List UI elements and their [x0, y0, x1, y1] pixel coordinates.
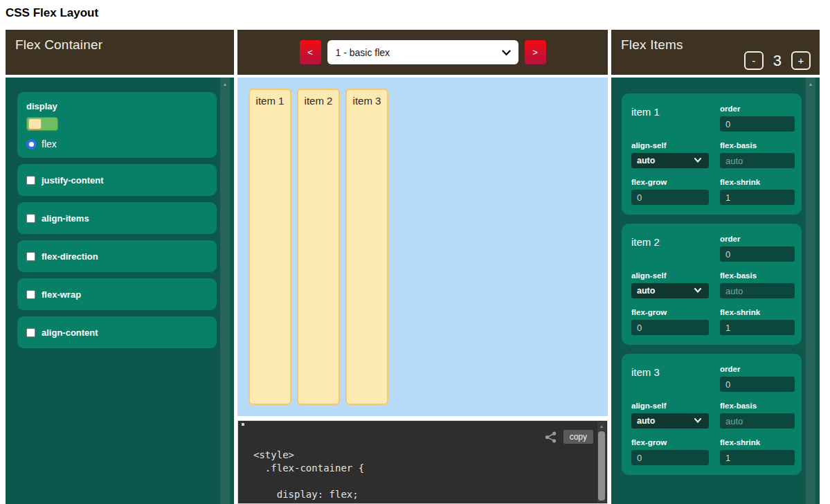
- code-corner-dot: [242, 423, 244, 426]
- preview-flex-item: item 3: [345, 89, 388, 405]
- checkbox-icon[interactable]: [26, 328, 35, 337]
- property-card-justify-content[interactable]: justify-content: [17, 164, 217, 196]
- scrollbar-thumb[interactable]: [598, 431, 605, 501]
- flex-shrink-label: flex-shrink: [720, 308, 795, 316]
- property-label: align-items: [42, 213, 89, 224]
- align-self-label: align-self: [631, 271, 709, 280]
- flex-items-body: item 1 order align-self auto: [611, 78, 820, 504]
- checkbox-icon[interactable]: [26, 176, 35, 185]
- flex-basis-field: flex-basis: [720, 402, 795, 429]
- example-select-wrap: 1 - basic flex: [327, 40, 518, 64]
- flex-container-header: Flex Container: [6, 30, 234, 75]
- copy-button[interactable]: copy: [563, 430, 593, 444]
- code-line: display: flex;: [253, 488, 607, 501]
- flex-item-card-2: item 2 order align-self auto: [622, 224, 802, 345]
- next-example-button[interactable]: >: [525, 40, 546, 64]
- code-line: .flex-container {: [253, 462, 607, 475]
- order-field: order: [720, 235, 795, 262]
- add-item-button[interactable]: +: [791, 51, 811, 70]
- property-label: flex-wrap: [42, 289, 81, 300]
- display-label: display: [26, 101, 208, 111]
- right-panel-scrollbar[interactable]: ▲: [806, 78, 815, 504]
- flex-shrink-field: flex-shrink: [720, 178, 795, 205]
- flex-grow-field: flex-grow: [631, 438, 709, 465]
- toggle-knob-icon: [28, 118, 42, 129]
- item-name: item 1: [631, 105, 709, 132]
- flex-items-panel: Flex Items - 3 + item 1 order: [611, 30, 820, 504]
- align-self-select-wrap: auto: [631, 413, 709, 429]
- property-card-align-items[interactable]: align-items: [17, 202, 217, 234]
- flex-container-title: Flex Container: [15, 37, 102, 53]
- scroll-up-icon[interactable]: ▲: [220, 78, 230, 87]
- code-scrollbar[interactable]: ▲: [597, 422, 606, 503]
- scroll-up-icon[interactable]: ▲: [597, 422, 606, 431]
- item-name: item 3: [631, 365, 709, 392]
- code-panel: copy <style> .flex-container { display: …: [237, 420, 608, 504]
- flex-shrink-input[interactable]: [720, 450, 795, 465]
- flex-basis-field: flex-basis: [720, 271, 795, 298]
- property-card-flex-wrap[interactable]: flex-wrap: [17, 278, 217, 310]
- align-self-label: align-self: [631, 402, 709, 410]
- flex-shrink-label: flex-shrink: [720, 178, 795, 186]
- preview-body: item 1 item 2 item 3 copy <style> .flex-…: [237, 78, 608, 504]
- align-self-select[interactable]: auto: [631, 153, 709, 168]
- flex-grow-label: flex-grow: [631, 438, 709, 447]
- flex-basis-input[interactable]: [720, 153, 795, 168]
- flex-basis-label: flex-basis: [720, 141, 795, 150]
- share-icon[interactable]: [545, 431, 557, 443]
- display-card: display flex: [17, 92, 217, 158]
- flex-item-card-list: item 1 order align-self auto: [611, 78, 820, 475]
- item-count-controls: - 3 +: [744, 51, 811, 70]
- flex-container-body: display flex justify-content align-item: [6, 78, 234, 504]
- order-label: order: [720, 235, 795, 243]
- checkbox-icon[interactable]: [26, 214, 35, 223]
- flex-basis-label: flex-basis: [720, 402, 795, 410]
- property-label: align-content: [42, 327, 98, 338]
- display-flex-radio-label: flex: [42, 138, 57, 150]
- order-input[interactable]: [720, 246, 795, 262]
- flex-shrink-input[interactable]: [720, 190, 795, 205]
- align-self-select[interactable]: auto: [631, 283, 709, 298]
- flex-container-panel: Flex Container display flex justify-cont…: [6, 30, 234, 504]
- property-card-align-content[interactable]: align-content: [17, 316, 217, 348]
- order-field: order: [720, 365, 795, 392]
- flex-grow-input[interactable]: [631, 320, 709, 335]
- preview-flex-item: item 2: [297, 89, 340, 405]
- align-self-select-wrap: auto: [631, 283, 709, 298]
- main-columns: Flex Container display flex justify-cont…: [6, 30, 820, 504]
- align-self-select[interactable]: auto: [631, 413, 709, 429]
- display-toggle[interactable]: [26, 117, 58, 131]
- code-toolbar: copy: [545, 430, 593, 444]
- flex-shrink-input[interactable]: [720, 320, 795, 335]
- flex-grow-field: flex-grow: [631, 178, 709, 205]
- property-label: justify-content: [42, 175, 104, 186]
- flex-basis-input[interactable]: [720, 283, 795, 298]
- left-panel-scrollbar[interactable]: ▲: [220, 78, 230, 504]
- example-nav-header: < 1 - basic flex >: [237, 30, 608, 75]
- scroll-up-icon[interactable]: ▲: [806, 78, 815, 87]
- display-flex-option[interactable]: flex: [26, 138, 208, 150]
- property-card-flex-direction[interactable]: flex-direction: [17, 240, 217, 272]
- page-title: CSS Flex Layout: [6, 6, 98, 20]
- flex-grow-input[interactable]: [631, 450, 709, 465]
- example-select[interactable]: 1 - basic flex: [327, 40, 518, 64]
- flex-basis-input[interactable]: [720, 413, 795, 429]
- preview-flex-item: item 1: [249, 89, 291, 405]
- item-count: 3: [773, 52, 782, 70]
- flex-items-header: Flex Items - 3 +: [611, 30, 820, 75]
- flex-basis-label: flex-basis: [720, 271, 795, 280]
- flex-basis-field: flex-basis: [720, 141, 795, 168]
- property-label: flex-direction: [42, 251, 98, 262]
- order-input[interactable]: [720, 377, 795, 392]
- align-self-label: align-self: [631, 141, 709, 150]
- flex-grow-input[interactable]: [631, 190, 709, 205]
- prev-example-button[interactable]: <: [300, 40, 321, 64]
- order-input[interactable]: [720, 116, 795, 132]
- container-property-list: display flex justify-content align-item: [6, 78, 234, 348]
- flex-grow-label: flex-grow: [631, 178, 709, 186]
- code-line: [253, 475, 607, 488]
- checkbox-icon[interactable]: [26, 252, 35, 261]
- remove-item-button[interactable]: -: [744, 51, 764, 70]
- radio-checked-icon[interactable]: [26, 139, 37, 150]
- checkbox-icon[interactable]: [26, 290, 35, 299]
